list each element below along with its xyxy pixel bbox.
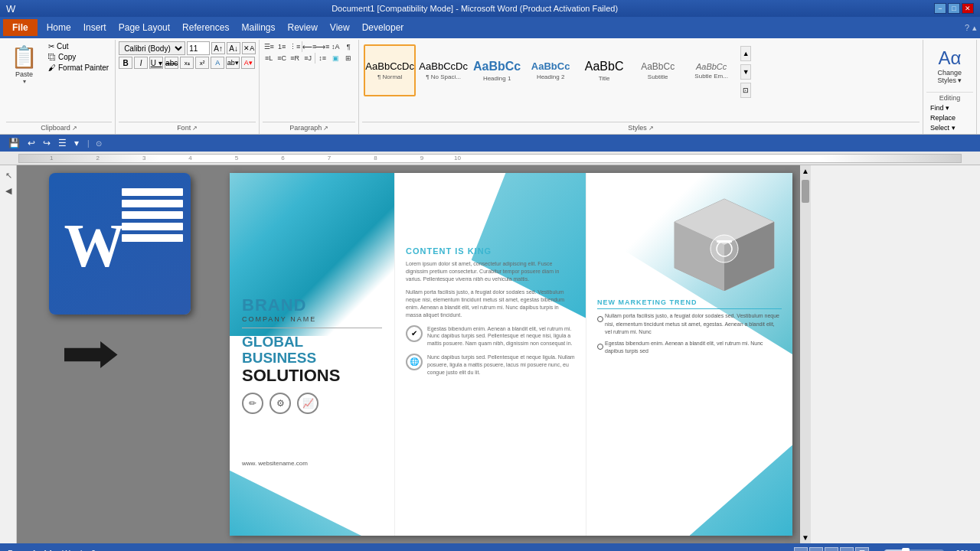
word-logo-container: W [49, 173, 191, 315]
scroll-down-arrow[interactable]: ▼ [800, 532, 811, 543]
show-hide-button[interactable]: ¶ [342, 41, 354, 52]
style-heading1[interactable]: AaBbCc Heading 1 [471, 44, 523, 96]
insert-menu[interactable]: Insert [77, 19, 113, 36]
start-icon[interactable]: ⊙ [96, 139, 102, 148]
shading[interactable]: ▣ [329, 53, 341, 64]
vert-tool-prev[interactable]: ◀ [2, 184, 15, 197]
marketing-title: NEW MARKETING TREND [597, 298, 782, 309]
replace-button[interactable]: Replace [928, 113, 972, 122]
clipboard-expand[interactable]: ↗ [72, 125, 77, 132]
sort-button[interactable]: ↕A [329, 41, 341, 52]
status-right: ⊟ ⊞ ⊠ ≡ ☰ − + 62% [794, 547, 972, 551]
right-scrollbar[interactable]: ▲ ▼ [800, 165, 811, 543]
clear-formatting[interactable]: ✕A [242, 42, 256, 54]
restore-button[interactable]: □ [948, 3, 960, 14]
format-painter-button[interactable]: 🖌 Format Painter [45, 63, 112, 73]
print-layout-view[interactable]: ⊟ [794, 547, 808, 551]
styles-scroll-expand[interactable]: ⊡ [740, 83, 751, 98]
font-size-input[interactable] [187, 41, 210, 55]
page-layout-menu[interactable]: Page Layout [113, 19, 176, 36]
quick-access-toolbar: 💾 ↩ ↪ ☰ ▾ | ⊙ [0, 135, 980, 152]
content-king-heading: CONTENT IS KING [406, 246, 575, 256]
vert-tool-cursor[interactable]: ↖ [2, 168, 15, 182]
view-menu[interactable]: View [324, 19, 356, 36]
font-size-increase[interactable]: A↑ [211, 42, 225, 54]
multilevel-button[interactable]: ⋮≡ [289, 41, 301, 52]
select-button[interactable]: Select ▾ [928, 123, 972, 132]
outline-view[interactable]: ≡ [840, 547, 854, 551]
font-color-button[interactable]: A▾ [241, 57, 255, 69]
zoom-handle[interactable] [902, 548, 910, 551]
paste-button[interactable]: 📋 Paste ▾ [6, 41, 42, 88]
spell-check: ✓ [105, 549, 112, 552]
underline-button[interactable]: U ▾ [149, 57, 163, 69]
style-normal[interactable]: AaBbCcDc ¶ Normal [364, 44, 416, 96]
scroll-up-arrow[interactable]: ▲ [800, 165, 811, 177]
close-button[interactable]: ✕ [962, 3, 974, 14]
change-styles-button[interactable]: Aα ChangeStyles ▾ [927, 44, 973, 87]
styles-scroll-down[interactable]: ▼ [740, 64, 751, 80]
redo-quick-button[interactable]: ↪ [41, 138, 53, 148]
styles-scroll-up[interactable]: ▲ [740, 46, 751, 61]
style-no-spacing[interactable]: AaBbCcDc ¶ No Spaci... [417, 44, 469, 96]
decrease-indent[interactable]: ⟵≡ [303, 41, 315, 52]
styles-expand[interactable]: ↗ [648, 125, 654, 132]
para-divider2 [315, 53, 315, 64]
format-painter-icon: 🖌 [48, 64, 56, 72]
minimize-button[interactable]: − [934, 3, 946, 14]
style-title[interactable]: AaBbC Title [578, 44, 630, 96]
font-name-select[interactable]: Calibri (Body) [119, 41, 185, 55]
subscript-button[interactable]: x₂ [180, 57, 194, 69]
align-right[interactable]: ≡R [289, 53, 301, 64]
full-screen-view[interactable]: ⊞ [809, 547, 823, 551]
brochure-icon-1[interactable]: ✏ [242, 393, 263, 414]
brochure-icon-2[interactable]: ⚙ [270, 393, 291, 414]
style-subtle-em[interactable]: AaBbCc Subtle Em... [685, 44, 737, 96]
cut-button[interactable]: ✂ Cut [45, 41, 112, 51]
italic-button[interactable]: I [134, 57, 148, 69]
web-layout-view[interactable]: ⊠ [825, 547, 838, 551]
save-quick-button[interactable]: 💾 [6, 138, 22, 148]
font-label: Font ↗ [119, 122, 256, 132]
bullets-button[interactable]: ☰≡ [263, 41, 275, 52]
home-menu[interactable]: Home [41, 19, 77, 36]
font-expand[interactable]: ↗ [192, 125, 198, 132]
references-menu[interactable]: References [176, 19, 235, 36]
borders[interactable]: ⊞ [342, 53, 354, 64]
align-left[interactable]: ≡L [263, 53, 275, 64]
brand-title: BRAND [242, 295, 382, 315]
bold-button[interactable]: B [119, 57, 132, 69]
superscript-button[interactable]: x² [195, 57, 209, 69]
draft-view[interactable]: ☰ [855, 547, 869, 551]
font-size-decrease[interactable]: A↓ [227, 42, 240, 54]
help-icon[interactable]: ? [965, 23, 969, 32]
style-subtitle[interactable]: AaBbCc Subtitle [632, 44, 684, 96]
developer-menu[interactable]: Developer [356, 19, 410, 36]
text-effects-button[interactable]: A [211, 57, 224, 69]
line-spacing[interactable]: ↕≡ [316, 53, 328, 64]
align-center[interactable]: ≡C [276, 53, 288, 64]
file-menu[interactable]: File [3, 19, 38, 36]
increase-indent[interactable]: ⟶≡ [316, 41, 328, 52]
touch-mode-button[interactable]: ☰ [56, 138, 69, 148]
strikethrough-button[interactable]: abc [165, 57, 178, 69]
change-styles-editing-group: Aα ChangeStyles ▾ Editing Find ▾ Replace… [923, 40, 977, 134]
ribbon-collapse-icon[interactable]: ▴ [972, 23, 977, 33]
paragraph-expand[interactable]: ↗ [323, 125, 328, 132]
justify[interactable]: ≡J [302, 53, 314, 64]
brochure-icon-3[interactable]: 📈 [297, 393, 318, 414]
text-highlight-button[interactable]: ab▾ [226, 57, 240, 69]
paste-dropdown-arrow[interactable]: ▾ [23, 78, 26, 85]
customize-quick-access[interactable]: ▾ [72, 138, 81, 148]
numbering-button[interactable]: 1≡ [276, 41, 288, 52]
style-heading2[interactable]: AaBbCc Heading 2 [524, 44, 577, 96]
find-button[interactable]: Find ▾ [928, 103, 972, 112]
mailings-menu[interactable]: Mailings [235, 19, 281, 36]
website-url: www. websitename.com [242, 460, 382, 467]
paste-icon: 📋 [11, 44, 38, 70]
words-info: Words: 0 [62, 549, 96, 552]
review-menu[interactable]: Review [281, 19, 323, 36]
copy-button[interactable]: ⿻ Copy [45, 52, 112, 62]
undo-quick-button[interactable]: ↩ [25, 138, 38, 148]
scroll-thumb[interactable] [802, 180, 809, 203]
